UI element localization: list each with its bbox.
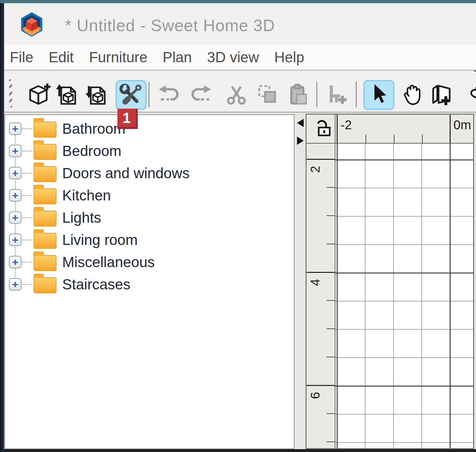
tree-connector xyxy=(22,173,32,174)
expand-icon[interactable]: + xyxy=(9,145,22,157)
ruler-tick-major xyxy=(307,159,335,160)
expand-icon[interactable]: + xyxy=(9,122,22,135)
title-bar[interactable]: * Untitled - Sweet Home 3D xyxy=(4,3,476,44)
folder-icon xyxy=(34,233,56,249)
ruler-tick-major xyxy=(307,272,335,273)
folder-icon xyxy=(34,166,56,182)
catalog-category-doors-and-windows[interactable]: + Doors and windows xyxy=(9,162,294,184)
copy-button[interactable] xyxy=(253,80,282,110)
create-rooms-button[interactable] xyxy=(459,80,476,110)
select-arrow-cursor-icon xyxy=(366,82,392,108)
ruler-tick-major xyxy=(450,115,451,143)
catalog-category-bedroom[interactable]: + Bedroom xyxy=(9,140,294,162)
toolbar xyxy=(4,71,476,112)
catalog-category-kitchen[interactable]: + Kitchen xyxy=(9,184,294,206)
grid-major-line xyxy=(337,144,338,448)
unlock-icon[interactable] xyxy=(310,119,331,138)
menu-bar: File Edit Furniture Plan 3D view Help xyxy=(4,44,476,71)
expand-icon[interactable]: + xyxy=(9,233,22,246)
preferences-icon xyxy=(118,82,144,108)
tree-connector xyxy=(22,262,32,263)
ruler-label: 4 xyxy=(308,275,322,290)
plan-canvas[interactable] xyxy=(335,144,473,448)
pan-tool-button[interactable] xyxy=(397,80,426,110)
ruler-tick-major xyxy=(307,385,335,386)
catalog-category-bathroom[interactable]: + Bathroom xyxy=(9,118,294,140)
grid-major-line xyxy=(335,386,473,387)
new-home-button[interactable] xyxy=(24,80,54,110)
expand-icon[interactable]: + xyxy=(9,256,22,268)
category-label[interactable]: Bathroom xyxy=(62,120,125,137)
grid-major-line xyxy=(335,273,473,273)
redo-button[interactable] xyxy=(186,80,215,110)
cut-button[interactable] xyxy=(222,80,251,110)
folder-icon xyxy=(34,144,56,160)
grid-major-line xyxy=(335,159,473,160)
select-tool-button[interactable] xyxy=(363,80,394,110)
expand-icon[interactable]: + xyxy=(9,211,22,224)
toolbar-separator xyxy=(149,82,149,107)
category-label[interactable]: Kitchen xyxy=(62,187,111,204)
category-label[interactable]: Lights xyxy=(62,209,101,226)
ruler-label: -2 xyxy=(340,118,352,132)
ruler-tick-minor xyxy=(422,135,423,143)
menu-3d-view[interactable]: 3D view xyxy=(200,49,267,66)
category-label[interactable]: Bedroom xyxy=(62,142,122,159)
ruler-tick-minor xyxy=(327,187,335,188)
expand-icon[interactable]: + xyxy=(9,167,22,179)
toolbar-separator xyxy=(316,82,317,107)
window-title: * Untitled - Sweet Home 3D xyxy=(65,16,275,35)
create-walls-button[interactable] xyxy=(427,80,457,110)
tree-connector xyxy=(22,284,32,285)
add-furniture-chair-icon xyxy=(324,82,349,108)
menu-help[interactable]: Help xyxy=(267,49,312,66)
app-window: * Untitled - Sweet Home 3D File Edit Fur… xyxy=(0,0,476,452)
undo-icon xyxy=(156,82,182,108)
ruler-tick-minor xyxy=(366,135,366,143)
menu-plan[interactable]: Plan xyxy=(155,49,199,66)
toolbar-grip-handle[interactable] xyxy=(9,79,12,107)
tree-connector xyxy=(22,239,32,240)
category-label[interactable]: Staircases xyxy=(62,276,130,293)
catalog-category-miscellaneous[interactable]: + Miscellaneous xyxy=(9,251,294,273)
window-frame-bottom xyxy=(4,449,476,452)
copy-icon xyxy=(255,82,280,108)
undo-button[interactable] xyxy=(155,80,184,110)
redo-icon xyxy=(188,82,214,108)
catalog-category-staircases[interactable]: + Staircases xyxy=(9,273,294,295)
ruler-corner xyxy=(307,115,335,144)
menu-edit[interactable]: Edit xyxy=(41,49,81,66)
ruler-tick-minor xyxy=(394,135,394,143)
tree-connector xyxy=(22,217,32,218)
category-label[interactable]: Doors and windows xyxy=(62,165,189,182)
catalog-category-living-room[interactable]: + Living room xyxy=(9,229,294,251)
plan-view-panel[interactable]: -2 0m 2 4 6 xyxy=(306,114,474,449)
paste-button[interactable] xyxy=(284,80,313,110)
tree-connector xyxy=(22,195,32,196)
category-label[interactable]: Living room xyxy=(62,231,138,248)
splitpane-collapse-left-icon[interactable] xyxy=(297,119,304,127)
catalog-category-lights[interactable]: + Lights xyxy=(9,206,294,229)
add-furniture-button[interactable] xyxy=(322,80,351,110)
window-frame-left xyxy=(0,3,4,452)
ruler-tick-minor xyxy=(327,215,335,216)
furniture-catalog-panel[interactable]: + Bathroom + Bedroom + Doors and windows… xyxy=(4,114,294,449)
catalog-tree: + Bathroom + Bedroom + Doors and windows… xyxy=(5,115,294,295)
sweet-home-3d-logo-icon xyxy=(20,11,43,37)
ruler-tick-major xyxy=(337,115,338,143)
open-home-icon xyxy=(55,82,80,108)
tree-connector xyxy=(22,151,32,152)
window-frame-top xyxy=(0,0,476,3)
expand-icon[interactable]: + xyxy=(9,278,22,291)
ruler-tick-minor xyxy=(327,413,335,414)
tree-connector xyxy=(22,128,32,129)
save-home-button[interactable] xyxy=(83,80,112,110)
category-label[interactable]: Miscellaneous xyxy=(62,253,155,271)
preferences-button[interactable] xyxy=(116,80,147,110)
expand-icon[interactable]: + xyxy=(9,189,22,202)
menu-file[interactable]: File xyxy=(10,49,41,66)
ruler-label: 2 xyxy=(308,162,322,177)
splitpane-collapse-right-icon[interactable] xyxy=(297,137,304,145)
open-home-button[interactable] xyxy=(53,80,82,110)
menu-furniture[interactable]: Furniture xyxy=(81,49,155,66)
